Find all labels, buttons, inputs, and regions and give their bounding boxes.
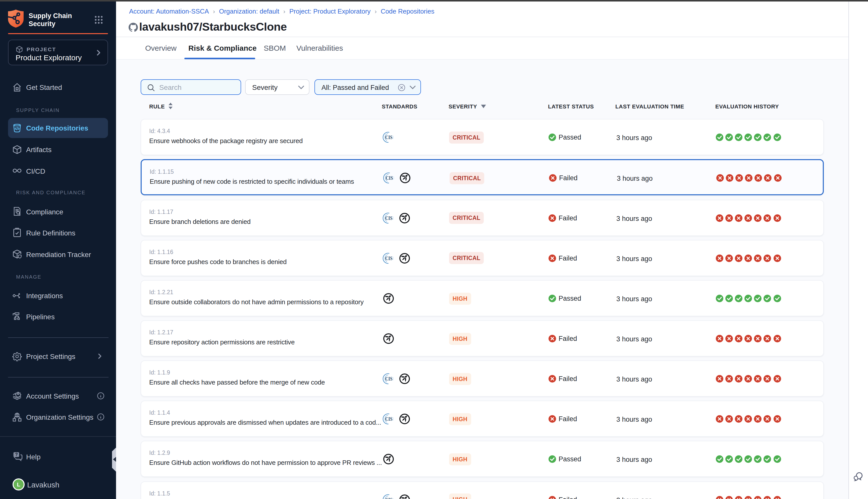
svg-text:?: ? (15, 452, 18, 457)
